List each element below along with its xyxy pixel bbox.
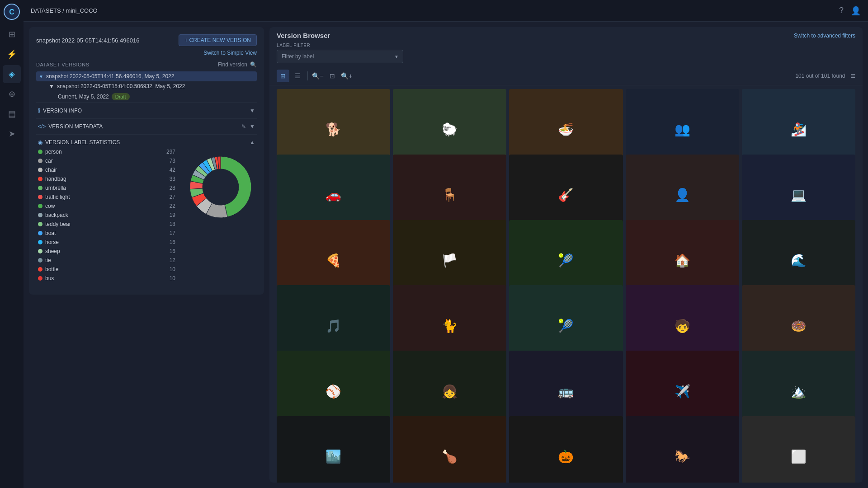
stats-row: cow22 xyxy=(36,202,177,211)
advanced-filters-link[interactable]: Switch to advanced filters xyxy=(794,33,855,39)
label-filter-select[interactable]: Filter by label xyxy=(277,50,403,63)
stats-row: boat17 xyxy=(36,229,177,238)
svg-text:C: C xyxy=(9,8,14,16)
nav-item-deploy[interactable]: ➤ xyxy=(3,125,21,143)
label-filter-label: LABEL FILTER xyxy=(277,43,855,48)
stats-section: person297car73chair42handbag33umbrella28… xyxy=(36,145,257,283)
image-cell[interactable]: 🏙️ xyxy=(277,416,390,483)
version-tree: ▼ snapshot 2022-05-05T14:41:56.496016, M… xyxy=(36,71,257,102)
image-cell[interactable]: 🐎 xyxy=(626,416,739,483)
find-version-label: Find version xyxy=(218,61,247,68)
find-version-area: Find version 🔍 xyxy=(218,61,257,68)
version-browser: Version Browser Switch to advanced filte… xyxy=(269,27,863,483)
stats-row: sheep16 xyxy=(36,247,177,256)
label-filter-select-wrapper: Filter by label xyxy=(277,50,403,63)
donut-chart xyxy=(184,151,257,223)
chevron-up-icon: ▲ xyxy=(250,139,255,145)
edit-icon[interactable]: ✎ xyxy=(241,123,246,130)
version-info-header[interactable]: ℹ VERSION INFO ▼ xyxy=(36,107,257,114)
stats-chart-area: person297car73chair42handbag33umbrella28… xyxy=(36,147,257,283)
nav-sidebar: C ⊞ ⚡ ◈ ⊕ ▤ ➤ xyxy=(0,0,24,488)
zoom-out-button[interactable]: 🔍− xyxy=(311,70,324,82)
image-cell[interactable]: ⬜ xyxy=(742,416,855,483)
snapshot-title: snapshot 2022-05-05T14:41:56.496016 xyxy=(36,37,139,44)
expand-icon: ▼ xyxy=(39,74,43,79)
topbar: DATASETS / mini_COCO ? 👤 xyxy=(24,0,868,22)
toolbar-separator xyxy=(307,71,308,80)
fit-view-button[interactable]: ⊡ xyxy=(326,70,339,82)
version-row-primary[interactable]: ▼ snapshot 2022-05-05T14:41:56.496016, M… xyxy=(36,71,257,81)
info-icon: ℹ xyxy=(38,107,40,114)
version-row-secondary[interactable]: ▼ snapshot 2022-05-05T15:04:00.506932, M… xyxy=(36,81,257,91)
version-label-primary: snapshot 2022-05-05T14:41:56.496016, May… xyxy=(46,73,175,80)
stats-row: chair42 xyxy=(36,165,177,174)
stats-row: horse16 xyxy=(36,238,177,247)
nav-item-versions[interactable]: ▤ xyxy=(3,105,21,123)
stats-row: teddy bear18 xyxy=(36,220,177,229)
breadcrumb-project[interactable]: mini_COCO xyxy=(66,7,98,14)
left-panel: snapshot 2022-05-05T14:41:56.496016 + CR… xyxy=(29,27,264,483)
nav-item-dashboard[interactable]: ⊞ xyxy=(3,25,21,43)
browser-title: Version Browser xyxy=(277,32,330,39)
chevron-down-icon-meta: ▼ xyxy=(250,123,255,130)
label-filter-row: LABEL FILTER Filter by label xyxy=(269,43,863,67)
version-metadata-label: VERSION METADATA xyxy=(48,123,103,130)
chevron-down-icon: ▼ xyxy=(250,108,255,114)
breadcrumb-sep: / xyxy=(62,7,66,14)
stats-row: handbag33 xyxy=(36,174,177,183)
breadcrumb: DATASETS / mini_COCO xyxy=(31,7,98,14)
search-icon: 🔍 xyxy=(250,61,257,68)
radio-icon: ◉ xyxy=(38,139,42,145)
browser-topbar: Version Browser Switch to advanced filte… xyxy=(269,27,863,43)
logo[interactable]: C xyxy=(4,4,20,20)
snapshot-header: snapshot 2022-05-05T14:41:56.496016 + CR… xyxy=(36,34,257,46)
breadcrumb-datasets[interactable]: DATASETS xyxy=(31,7,61,14)
grid-view-button[interactable]: ⊞ xyxy=(277,70,289,82)
code-icon: </> xyxy=(38,123,46,130)
snapshot-card: snapshot 2022-05-05T14:41:56.496016 + CR… xyxy=(29,27,264,295)
topbar-right: ? 👤 xyxy=(839,6,861,16)
stats-row: bottle10 xyxy=(36,265,177,274)
list-view-button[interactable]: ☰ xyxy=(291,70,304,82)
stats-row: umbrella28 xyxy=(36,183,177,192)
version-current-label: Current, May 5, 2022 xyxy=(58,94,109,100)
stats-list: person297car73chair42handbag33umbrella28… xyxy=(36,147,177,283)
version-row-current[interactable]: Current, May 5, 2022 Draft xyxy=(36,91,257,102)
switch-to-simple-view-link[interactable]: Switch to Simple View xyxy=(36,50,257,56)
user-icon[interactable]: 👤 xyxy=(851,6,861,16)
stats-row: tie12 xyxy=(36,256,177,265)
expand-icon-sub: ▼ xyxy=(49,83,54,89)
dataset-versions-label: DATASET VERSIONS xyxy=(36,62,90,67)
browser-toolbar: ⊞ ☰ 🔍− ⊡ 🔍+ 101 out of 101 found ≡ xyxy=(269,67,863,85)
version-metadata-header[interactable]: </> VERSION METADATA ✎ ▼ xyxy=(36,123,257,130)
create-new-version-button[interactable]: + CREATE NEW VERSION xyxy=(179,34,257,46)
image-cell[interactable]: 🎃 xyxy=(509,416,623,483)
nav-item-datasets[interactable]: ◈ xyxy=(3,65,21,83)
zoom-in-button[interactable]: 🔍+ xyxy=(340,70,353,82)
image-grid: 🐕🐑🍜👥🏂🚗🪑🎸👤💻🍕🏳️🎾🏠🌊🎵🐈🎾🧒🍩⚾👧🚌✈️🏔️🏙️🍗🎃🐎⬜ xyxy=(269,85,863,483)
version-info-section: ℹ VERSION INFO ▼ xyxy=(36,102,257,118)
version-label-secondary: snapshot 2022-05-05T15:04:00.506932, May… xyxy=(57,83,185,89)
version-label-stats-section: ◉ VERSION LABEL STATISTICS ▲ person297ca… xyxy=(36,134,257,287)
help-icon[interactable]: ? xyxy=(839,6,844,15)
stats-row: backpack19 xyxy=(36,211,177,220)
stats-row: bus10 xyxy=(36,274,177,283)
version-label-stats-label: VERSION LABEL STATISTICS xyxy=(45,139,120,145)
nav-item-models[interactable]: ⚡ xyxy=(3,45,21,63)
image-cell[interactable]: 🍗 xyxy=(393,416,506,483)
main-area: DATASETS / mini_COCO ? 👤 snapshot 2022-0… xyxy=(24,0,868,488)
draft-badge: Draft xyxy=(112,93,130,100)
stats-row: person297 xyxy=(36,147,177,156)
stats-row: car73 xyxy=(36,156,177,165)
found-count: 101 out of 101 found xyxy=(795,73,845,79)
version-label-stats-header[interactable]: ◉ VERSION LABEL STATISTICS ▲ xyxy=(36,139,257,145)
nav-item-augment[interactable]: ⊕ xyxy=(3,85,21,103)
dataset-versions-header: DATASET VERSIONS Find version 🔍 xyxy=(36,61,257,68)
content-row: snapshot 2022-05-05T14:41:56.496016 + CR… xyxy=(24,22,868,488)
version-metadata-section: </> VERSION METADATA ✎ ▼ xyxy=(36,118,257,134)
toolbar-menu-icon[interactable]: ≡ xyxy=(850,71,855,81)
version-info-label: VERSION INFO xyxy=(43,108,82,114)
stats-row: traffic light27 xyxy=(36,192,177,202)
